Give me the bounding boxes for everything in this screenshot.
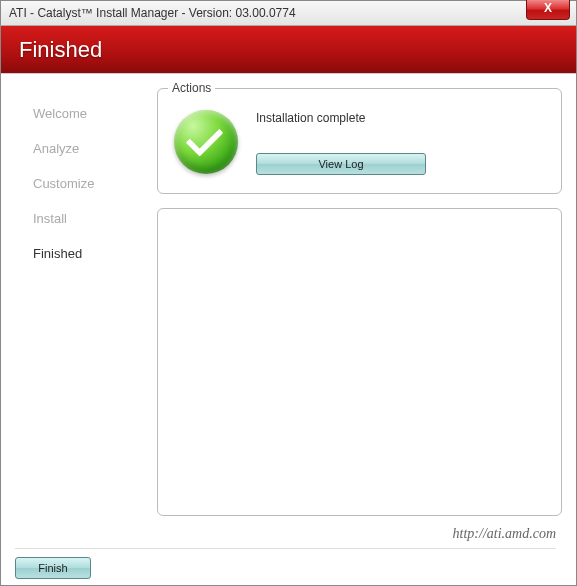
sidebar-item-analyze: Analyze xyxy=(15,131,157,166)
button-row: Finish xyxy=(15,557,556,579)
success-check-icon xyxy=(174,110,238,174)
close-button[interactable]: X xyxy=(526,0,570,20)
finish-button[interactable]: Finish xyxy=(15,557,91,579)
view-log-button[interactable]: View Log xyxy=(256,153,426,175)
actions-row: Installation complete View Log xyxy=(174,109,545,175)
sidebar-item-customize: Customize xyxy=(15,166,157,201)
page-title: Finished xyxy=(19,37,102,63)
actions-right: Installation complete View Log xyxy=(256,109,545,175)
content-area: Welcome Analyze Customize Install Finish… xyxy=(1,74,576,522)
sidebar-item-install: Install xyxy=(15,201,157,236)
sidebar: Welcome Analyze Customize Install Finish… xyxy=(15,88,157,516)
close-icon: X xyxy=(544,1,552,15)
footer-url[interactable]: http://ati.amd.com xyxy=(15,526,556,548)
sidebar-item-label: Welcome xyxy=(33,106,87,121)
sidebar-item-label: Customize xyxy=(33,176,94,191)
sidebar-item-finished: Finished xyxy=(15,236,157,271)
finish-label: Finish xyxy=(38,562,67,574)
view-log-label: View Log xyxy=(318,158,363,170)
footer: http://ati.amd.com Finish xyxy=(1,522,576,585)
actions-group: Actions Installation complete View Log xyxy=(157,88,562,194)
sidebar-item-label: Finished xyxy=(33,246,82,261)
main-panel: Actions Installation complete View Log xyxy=(157,88,562,516)
footer-divider xyxy=(15,548,556,549)
titlebar: ATI - Catalyst™ Install Manager - Versio… xyxy=(0,0,577,26)
header-band: Finished xyxy=(1,26,576,74)
log-output-box xyxy=(157,208,562,516)
window-title: ATI - Catalyst™ Install Manager - Versio… xyxy=(9,6,296,20)
window-body: Finished Welcome Analyze Customize Insta… xyxy=(0,26,577,586)
actions-legend: Actions xyxy=(168,81,215,95)
install-status-text: Installation complete xyxy=(256,111,545,125)
sidebar-item-label: Analyze xyxy=(33,141,79,156)
sidebar-item-label: Install xyxy=(33,211,67,226)
sidebar-item-welcome: Welcome xyxy=(15,96,157,131)
